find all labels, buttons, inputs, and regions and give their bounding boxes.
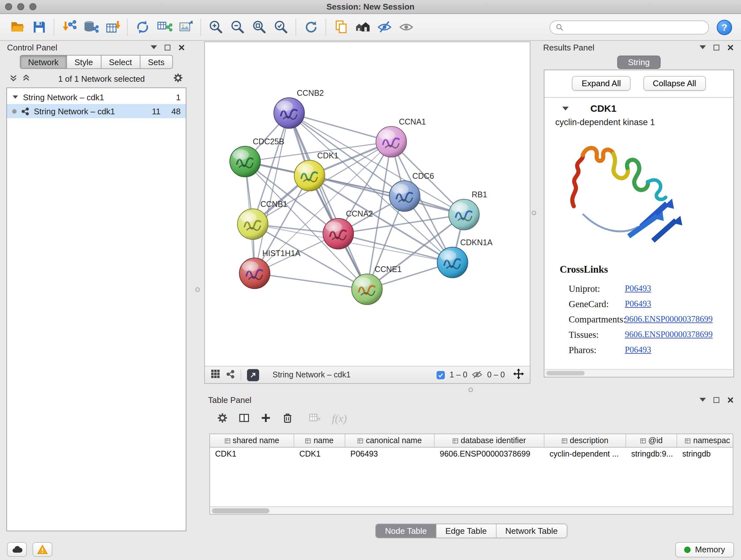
show-all-button[interactable] [395,17,417,37]
warnings-button[interactable] [32,542,52,557]
expand-all-networks-button[interactable] [10,74,17,83]
panel-menu-button[interactable] [698,43,706,51]
string-network-icon [21,107,29,115]
save-session-button[interactable] [28,17,50,37]
import-network-from-file-button[interactable] [58,17,80,37]
column-header-shared-name[interactable]: shared name [210,434,294,447]
search-input[interactable] [567,23,703,32]
panel-menu-button[interactable] [149,43,158,51]
panel-close-button[interactable] [726,395,735,404]
edge-CCNB2-CCNE1[interactable] [289,113,367,289]
search-box[interactable] [549,20,709,34]
collapse-all-networks-button[interactable] [22,74,30,83]
column-header-canonical-name[interactable]: canonical name [345,434,434,447]
network-node-CCNA1[interactable]: CCNA1 [376,117,426,157]
splitter-handle[interactable] [195,287,200,292]
cell-database-identifier[interactable]: 9606.ENSP00000378699 [434,449,544,458]
collection-row[interactable]: String Network – cdk1 1 [7,90,186,104]
eye-icon [398,19,414,35]
export-view-button[interactable] [247,369,259,381]
crosslink-link[interactable]: 9606.ENSP00000378699 [625,312,713,327]
network-row[interactable]: String Network – cdk1 11 48 [7,104,186,118]
network-edge-count: 48 [172,106,181,116]
cloud-status-button[interactable] [7,542,27,557]
show-columns-button[interactable] [239,413,250,425]
memory-button[interactable]: Memory [675,542,734,557]
import-network-from-database-button[interactable] [80,17,102,37]
tab-style[interactable]: Style [67,55,101,69]
zoom-fit-button[interactable] [248,17,270,37]
network-node-CDKN1A[interactable]: CDKN1A [437,238,493,278]
network-node-CCNB2[interactable]: CCNB2 [274,88,324,128]
open-session-button[interactable] [6,17,28,37]
zoom-out-button[interactable] [226,17,248,37]
apply-preferred-layout-button[interactable] [300,17,322,37]
table-row[interactable]: CDK1 CDK1 P06493 9606.ENSP00000378699 cy… [210,448,733,460]
zoom-selected-button[interactable] [270,17,292,37]
column-header-id[interactable]: @id [626,434,677,447]
network-node-CCNB1[interactable]: CCNB1 [238,199,287,240]
cell-id[interactable]: stringdb:9... [626,449,677,458]
table-options-gear-button[interactable] [217,413,228,425]
tab-node-table[interactable]: Node Table [376,524,435,538]
expand-all-button[interactable]: Expand All [572,76,630,91]
hide-selected-button[interactable] [374,17,395,37]
birdseye-view-button[interactable] [226,369,235,380]
help-button[interactable]: ? [717,19,732,35]
protein-section-header[interactable]: CDK1 [544,98,733,114]
zoom-in-button[interactable] [205,17,226,37]
panel-float-button[interactable] [163,43,172,51]
column-header-namespace[interactable]: namespac [677,434,738,447]
network-options-gear-button[interactable] [173,72,183,84]
cell-canonical-name[interactable]: P06493 [345,449,434,458]
import-table-from-file-button[interactable] [102,17,123,37]
tab-select[interactable]: Select [101,55,140,69]
panel-menu-button[interactable] [698,395,706,404]
crosslink-link[interactable]: P06493 [625,296,651,312]
splitter-handle[interactable] [468,388,473,392]
tab-network[interactable]: Network [20,55,67,69]
collapse-all-button[interactable]: Collapse All [643,76,706,91]
tab-sets[interactable]: Sets [140,55,173,69]
splitter-handle[interactable] [532,211,536,215]
network-node-CDK1[interactable]: CDK1 [294,151,339,191]
edge-HIST1H1A-CCNE1[interactable] [255,273,367,289]
network-canvas-svg[interactable]: CCNB2CCNA1CDC25BCDK1CDC6RB1CCNB1CCNA2CDK… [205,42,530,366]
tab-string[interactable]: String [617,56,661,69]
network-node-HIST1H1A[interactable]: HIST1H1A [239,249,300,289]
selected-checkbox-icon[interactable] [437,371,445,379]
scrollbar-thumb[interactable] [546,371,585,375]
crosslink-link[interactable]: P06493 [625,281,651,296]
export-image-button[interactable] [175,17,197,37]
scrollbar-thumb[interactable] [212,508,269,513]
network-node-RB1[interactable]: RB1 [449,190,487,230]
network-from-table-button[interactable] [153,17,175,37]
first-neighbors-button[interactable] [352,17,374,37]
crosslink-label: GeneCard: [560,296,625,312]
panel-float-button[interactable] [712,395,721,404]
table-horizontal-scrollbar[interactable] [210,506,733,514]
cell-name[interactable]: CDK1 [294,449,345,458]
network-from-selection-button[interactable] [131,17,153,37]
pan-mode-button[interactable] [513,368,524,381]
delete-column-button[interactable] [282,413,293,425]
tab-edge-table[interactable]: Edge Table [436,524,496,538]
edge-CDK1-RB1[interactable] [310,176,464,214]
create-column-button[interactable] [260,413,271,425]
crosslink-link[interactable]: P06493 [625,342,651,358]
cell-shared-name[interactable]: CDK1 [210,449,294,458]
column-header-database-identifier[interactable]: database identifier [434,434,544,447]
copy-button[interactable] [330,17,352,37]
panel-float-button[interactable] [712,43,721,51]
grid-mode-button[interactable] [211,369,220,381]
crosslink-link[interactable]: 9606.ENSP00000378699 [625,327,713,342]
cell-description[interactable]: cyclin-dependent ... [544,449,626,458]
panel-close-button[interactable] [178,43,186,51]
column-header-name[interactable]: name [294,434,345,447]
network-canvas[interactable]: CCNB2CCNA1CDC25BCDK1CDC6RB1CCNB1CCNA2CDK… [205,42,530,366]
cell-namespace[interactable]: stringdb [677,449,738,458]
tab-network-table[interactable]: Network Table [495,524,566,538]
results-horizontal-scrollbar[interactable] [545,369,733,376]
column-header-description[interactable]: description [544,434,626,447]
panel-close-button[interactable] [726,43,735,51]
